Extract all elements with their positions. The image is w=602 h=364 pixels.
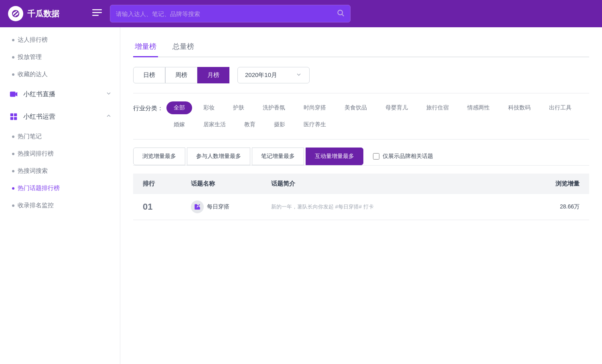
- svg-rect-9: [14, 117, 17, 120]
- category-tag-all[interactable]: 全部: [166, 101, 192, 114]
- table-row: 01 每日穿搭 新的一年，薯队长向你发起 #每日穿搭# 打卡 28.66万: [133, 194, 589, 220]
- category-tag-skincare[interactable]: 护肤: [226, 101, 251, 114]
- category-tags: 全部 彩妆 护肤 洗护香氛 时尚穿搭 美食饮品 母婴育儿 旅行住宿 情感两性 科…: [166, 101, 589, 131]
- category-tag-haircare[interactable]: 洗护香氛: [255, 101, 292, 114]
- sidebar: 达人排行榜 投放管理 收藏的达人 小红书直播: [0, 27, 120, 364]
- category-tag-education[interactable]: 教育: [237, 118, 263, 131]
- sidebar-item-label: 收藏的达人: [18, 71, 48, 78]
- brand-checkbox-area[interactable]: 仅展示品牌相关话题: [373, 153, 433, 160]
- sidebar-item-label: 达人排行榜: [18, 36, 48, 44]
- dot-icon: [12, 135, 14, 138]
- divider2: [133, 139, 589, 140]
- dot-icon: [12, 39, 14, 41]
- row-views: 28.66万: [523, 203, 580, 210]
- tab-total[interactable]: 总量榜: [171, 37, 196, 57]
- dot-icon: [12, 153, 14, 155]
- sidebar-item-hot-topic-ranking[interactable]: 热门话题排行榜: [0, 180, 120, 197]
- row-name-text: 每日穿搭: [207, 203, 229, 210]
- sidebar-section-label: 小红书直播: [23, 90, 55, 99]
- sidebar-item-hot-search-ranking[interactable]: 热搜词排行榜: [0, 145, 120, 162]
- sidebar-section-live[interactable]: 小红书直播: [0, 83, 120, 105]
- svg-rect-2: [92, 15, 99, 16]
- topic-icon: [191, 200, 204, 213]
- period-btn-daily[interactable]: 日榜: [133, 67, 165, 83]
- search-input[interactable]: [116, 10, 332, 17]
- row-intro: 新的一年，薯队长向你发起 #每日穿搭# 打卡: [271, 203, 523, 210]
- period-btn-weekly[interactable]: 周榜: [165, 67, 197, 83]
- category-tag-tech[interactable]: 科技数码: [501, 101, 538, 114]
- col-header-views: 浏览增量: [523, 180, 580, 188]
- logo-area: 千瓜数据: [8, 6, 80, 21]
- sort-btn-views[interactable]: 浏览增量最多: [133, 148, 185, 165]
- dot-icon: [12, 187, 14, 190]
- category-tag-transport[interactable]: 出行工具: [542, 101, 579, 114]
- logo-icon: [8, 6, 23, 21]
- category-tag-emotion[interactable]: 情感两性: [460, 101, 497, 114]
- period-btn-monthly[interactable]: 月榜: [197, 67, 229, 83]
- search-bar: [110, 5, 351, 22]
- svg-rect-6: [10, 113, 13, 116]
- row-name: 每日穿搭: [191, 200, 271, 213]
- sort-btn-notes[interactable]: 笔记增量最多: [252, 148, 304, 165]
- sidebar-item-label: 热搜词搜索: [18, 167, 48, 175]
- sidebar-item-hot-search[interactable]: 热搜词搜索: [0, 162, 120, 180]
- category-tag-baby[interactable]: 母婴育儿: [378, 101, 415, 114]
- content-inner: 增量榜 总量榜 日榜 周榜 月榜 2020年10月: [120, 27, 602, 364]
- sidebar-item-indexing-monitor[interactable]: 收录排名监控: [0, 197, 120, 214]
- period-bar: 日榜 周榜 月榜 2020年10月: [133, 67, 589, 83]
- category-tag-wedding[interactable]: 婚嫁: [166, 118, 192, 131]
- sidebar-section-ops[interactable]: 小红书运营: [0, 105, 120, 128]
- date-select[interactable]: 2020年10月: [237, 67, 310, 83]
- table-header: 排行 话题名称 话题简介 浏览增量: [133, 174, 589, 194]
- divider: [133, 93, 589, 93]
- sidebar-item-hot-notes[interactable]: 热门笔记: [0, 128, 120, 145]
- sidebar-item-ad-management[interactable]: 投放管理: [0, 49, 120, 66]
- svg-rect-0: [92, 9, 102, 10]
- row-rank: 01: [143, 202, 191, 212]
- sidebar-item-label: 收录排名监控: [18, 202, 54, 209]
- sidebar-item-saved-talent[interactable]: 收藏的达人: [0, 66, 120, 83]
- category-tag-makeup[interactable]: 彩妆: [196, 101, 222, 114]
- search-button[interactable]: [336, 9, 345, 19]
- dot-icon: [12, 204, 14, 207]
- dot-icon: [12, 170, 14, 172]
- sidebar-section-label: 小红书运营: [23, 113, 55, 121]
- svg-point-3: [338, 10, 343, 15]
- category-filter: 行业分类： 全部 彩妆 护肤 洗护香氛 时尚穿搭 美食饮品 母婴育儿 旅行住宿 …: [133, 101, 589, 131]
- category-tag-photography[interactable]: 摄影: [267, 118, 292, 131]
- video-icon: [8, 89, 19, 100]
- category-tag-home[interactable]: 居家生活: [196, 118, 233, 131]
- svg-line-4: [342, 14, 344, 16]
- sidebar-item-label: 热门笔记: [18, 133, 42, 140]
- category-tag-food[interactable]: 美食饮品: [337, 101, 374, 114]
- category-tag-fashion[interactable]: 时尚穿搭: [296, 101, 333, 114]
- col-header-name: 话题名称: [191, 180, 271, 188]
- category-tag-travel[interactable]: 旅行住宿: [419, 101, 456, 114]
- content-area: 增量榜 总量榜 日榜 周榜 月榜 2020年10月: [120, 27, 602, 364]
- sort-bar: 浏览增量最多 参与人数增量最多 笔记增量最多 互动量增量最多 仅展示品牌相关话题: [133, 148, 589, 166]
- chevron-up-icon: [105, 113, 112, 121]
- sort-btn-engagement[interactable]: 互动量增量最多: [306, 148, 363, 165]
- col-header-intro: 话题简介: [271, 180, 523, 188]
- main-layout: 达人排行榜 投放管理 收藏的达人 小红书直播: [0, 27, 602, 364]
- date-select-value: 2020年10月: [245, 71, 277, 79]
- sidebar-item-label: 热门话题排行榜: [18, 184, 60, 192]
- sidebar-item-label: 热搜词排行榜: [18, 150, 54, 158]
- svg-rect-7: [14, 113, 17, 116]
- category-tag-medical[interactable]: 医疗养生: [296, 118, 333, 131]
- sidebar-item-talent-ranking[interactable]: 达人排行榜: [0, 31, 120, 49]
- svg-rect-5: [10, 92, 16, 97]
- brand-checkbox[interactable]: [373, 153, 379, 160]
- svg-rect-8: [10, 117, 13, 120]
- chevron-down-icon: [105, 90, 112, 98]
- col-header-rank: 排行: [143, 180, 191, 188]
- dot-icon: [12, 73, 14, 76]
- chevron-down-icon: [296, 71, 302, 79]
- sort-btn-participants[interactable]: 参与人数增量最多: [187, 148, 250, 165]
- category-label: 行业分类：: [133, 101, 163, 112]
- tab-increment[interactable]: 增量榜: [133, 37, 158, 57]
- header: 千瓜数据: [0, 0, 602, 27]
- menu-icon[interactable]: [92, 8, 102, 20]
- ops-icon: [8, 111, 19, 122]
- dot-icon: [12, 56, 14, 59]
